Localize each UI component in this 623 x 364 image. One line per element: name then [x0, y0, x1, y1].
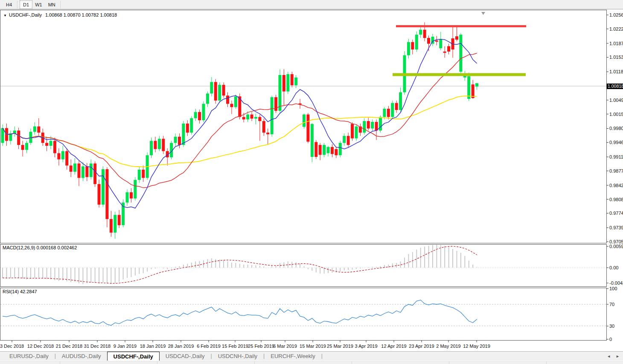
tab-eurchf-weekly[interactable]: EURCHF-,Weekly: [265, 352, 321, 361]
chart-title: ▼USDCHF-,Daily1.00868 1.00870 1.00782 1.…: [3, 12, 117, 17]
svg-text:1.01530: 1.01530: [609, 55, 623, 60]
svg-text:28 Jan 2019: 28 Jan 2019: [168, 344, 194, 349]
svg-text:100: 100: [609, 286, 617, 291]
svg-text:3 Dec 2018: 3 Dec 2018: [0, 344, 24, 349]
tabbar-scroll-left-icon[interactable]: ◄: [607, 354, 611, 358]
svg-text:31 Dec 2018: 31 Dec 2018: [84, 344, 111, 349]
svg-text:-0.00424: -0.00424: [609, 280, 623, 286]
svg-text:15 Mar 2019: 15 Mar 2019: [300, 344, 326, 349]
svg-text:1.00150: 1.00150: [609, 112, 623, 117]
svg-text:18 Jan 2019: 18 Jan 2019: [140, 344, 166, 349]
svg-text:0.97740: 0.97740: [609, 211, 623, 216]
svg-text:0.00: 0.00: [609, 265, 618, 270]
svg-text:15 Feb 2019: 15 Feb 2019: [222, 344, 248, 349]
tab-separator: |: [321, 352, 323, 361]
status-strip: [0, 361, 623, 364]
svg-text:1.00490: 1.00490: [609, 98, 623, 103]
chart-ohlc-values: 1.00868 1.00870 1.00782 1.00818: [45, 12, 117, 17]
svg-text:6 Mar 2019: 6 Mar 2019: [273, 344, 297, 349]
svg-text:0: 0: [609, 337, 612, 342]
svg-text:0.99110: 0.99110: [609, 154, 623, 159]
svg-text:25 Mar 2019: 25 Mar 2019: [327, 344, 353, 349]
resistance-line[interactable]: [396, 25, 526, 27]
current-price-tag: 1.00818: [607, 84, 623, 89]
tab-usdchf-daily[interactable]: USDCHF-,Daily: [107, 352, 160, 361]
svg-text:0.98080: 0.98080: [609, 197, 623, 202]
svg-text:12 May 2019: 12 May 2019: [463, 344, 490, 349]
svg-text:0.99800: 0.99800: [609, 126, 623, 131]
svg-text:0.00597: 0.00597: [609, 244, 623, 249]
candles-layer: [1, 22, 479, 239]
svg-text:0.98770: 0.98770: [609, 168, 623, 173]
trading-app-window: H4 D1 W1 MN 1.025601.022201.018701.01530…: [0, 0, 623, 364]
tabbar-scroll-arrows: ◄►: [602, 354, 620, 358]
support-line[interactable]: [393, 73, 526, 76]
chart-symbol-label: USDCHF-,Daily: [9, 12, 42, 17]
svg-text:1.02560: 1.02560: [609, 12, 623, 17]
tab-audusd-daily[interactable]: AUDUSD-,Daily: [56, 352, 107, 361]
tab-usdcad-daily[interactable]: USDCAD-,Daily: [160, 352, 211, 361]
svg-text:0.99460: 0.99460: [609, 140, 623, 145]
svg-text:30: 30: [609, 324, 614, 329]
svg-text:0.97390: 0.97390: [609, 225, 623, 230]
rsi-pane: 10070300: [0, 286, 617, 342]
macd-pane: 0.005970.00-0.00424: [0, 244, 623, 286]
chevron-down-icon[interactable]: ▼: [3, 14, 7, 17]
tab-eurusd-daily[interactable]: EURUSD-,Daily: [3, 352, 55, 361]
scroll-anchor-icon[interactable]: [481, 12, 485, 15]
date-axis: 3 Dec 201812 Dec 201821 Dec 201831 Dec 2…: [0, 341, 490, 349]
svg-text:12 Apr 2019: 12 Apr 2019: [381, 344, 406, 349]
rsi-indicator-label: RSI(14) 42.2847: [3, 289, 37, 294]
svg-text:2 May 2019: 2 May 2019: [436, 344, 460, 349]
svg-text:0.98420: 0.98420: [609, 183, 623, 188]
chart-canvas[interactable]: 1.025601.022201.018701.015301.011801.004…: [0, 0, 623, 351]
svg-text:6 Feb 2019: 6 Feb 2019: [197, 344, 221, 349]
svg-text:12 Dec 2018: 12 Dec 2018: [27, 344, 54, 349]
svg-text:70: 70: [609, 302, 614, 307]
chart-tabbar: EURUSD-,Daily | AUDUSD-,Daily USDCHF-,Da…: [0, 351, 623, 361]
svg-text:9 Jan 2019: 9 Jan 2019: [114, 344, 137, 349]
svg-text:21 Dec 2018: 21 Dec 2018: [56, 344, 82, 349]
svg-text:23 Apr 2019: 23 Apr 2019: [409, 344, 434, 349]
chart-markers: [481, 12, 485, 15]
svg-text:1.01180: 1.01180: [609, 69, 623, 74]
svg-text:25 Feb 2019: 25 Feb 2019: [248, 344, 274, 349]
tabbar-scroll-right-icon[interactable]: ►: [616, 354, 620, 358]
svg-text:3 Apr 2019: 3 Apr 2019: [355, 344, 377, 349]
svg-text:1.01870: 1.01870: [609, 41, 623, 46]
price-axis: 1.025601.022201.018701.015301.011801.004…: [607, 12, 623, 244]
tab-usdcnh-daily[interactable]: USDCNH-,Daily: [212, 352, 263, 361]
macd-indicator-label: MACD(12,26,9) 0.000168 0.002462: [3, 245, 77, 250]
svg-text:1.02220: 1.02220: [609, 26, 623, 32]
